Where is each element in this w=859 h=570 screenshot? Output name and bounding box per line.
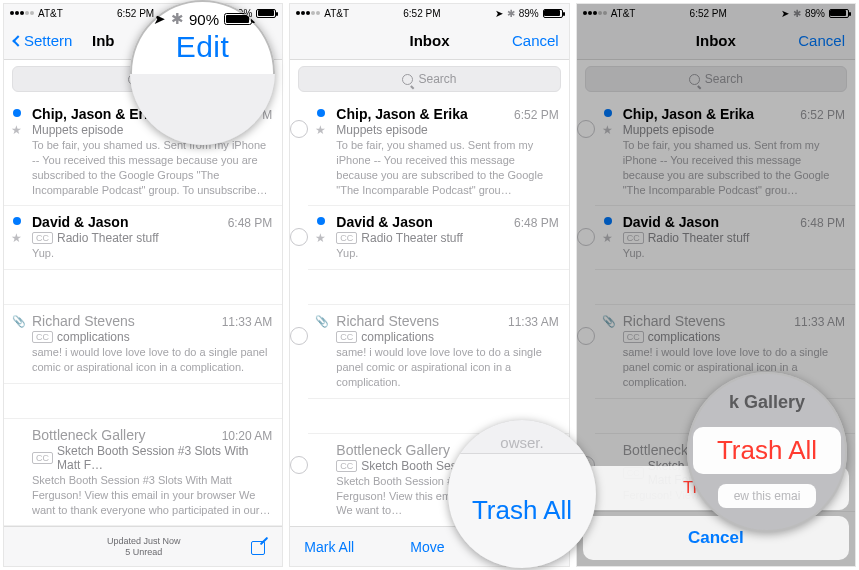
search-placeholder: Search [418, 72, 456, 86]
message-subject: CC Sketch Booth Session #3 Slots With Ma… [32, 444, 272, 472]
message-subject: CC Radio Theater stuff [623, 231, 845, 245]
bluetooth-icon: ✱ [793, 8, 801, 19]
select-circle[interactable] [577, 228, 595, 246]
select-circle[interactable] [290, 228, 308, 246]
message-from: Richard Stevens [32, 313, 135, 329]
magnifier-trash-all: owser. Trash All [448, 420, 596, 568]
location-icon: ➤ [781, 8, 789, 19]
message-from: Bottleneck Gallery [32, 427, 146, 443]
cc-badge: CC [32, 331, 53, 343]
toolbar-status: Updated Just Now 5 Unread [36, 536, 251, 558]
message-time: 6:52 PM [800, 108, 845, 122]
cc-badge: CC [32, 452, 53, 464]
battery-icon [256, 9, 276, 18]
message-preview: Yup. [336, 246, 558, 261]
message-time: 6:48 PM [514, 216, 559, 230]
chevron-left-icon [12, 35, 23, 46]
message-subject: CC complications [336, 330, 558, 344]
status-bar: AT&T 6:52 PM ➤ ✱ 89% [290, 4, 568, 22]
select-circle[interactable] [290, 120, 308, 138]
nav-bar: Inbox Cancel [577, 22, 855, 60]
message-row[interactable]: ★ David & Jason 6:48 PM CC Radio Theater… [595, 206, 855, 270]
nav-edit-button-zoom[interactable]: Edit [176, 30, 230, 64]
move-button[interactable]: Move [410, 539, 444, 555]
zoom-faint-text: ew this emai [718, 484, 817, 508]
search-icon [402, 74, 413, 85]
select-circle[interactable] [577, 120, 595, 138]
message-row[interactable]: ★ David & Jason 6:48 PM CC Radio Theater… [308, 206, 568, 270]
message-subject: Muppets episode [336, 123, 558, 137]
carrier-label: AT&T [324, 8, 349, 19]
cc-badge: CC [623, 331, 644, 343]
nav-back-label: Settern [24, 32, 72, 49]
message-row[interactable]: ★ Chip, Jason & Erika 6:52 PM Muppets ep… [308, 98, 568, 206]
status-updated: Updated Just Now [36, 536, 251, 547]
message-from: Richard Stevens [336, 313, 439, 329]
battery-pct-zoom: 90% [189, 11, 219, 28]
battery-pct: 89% [519, 8, 539, 19]
status-time: 6:52 PM [117, 8, 154, 19]
message-preview: To be fair, you shamed us. Sent from my … [336, 138, 558, 197]
location-icon: ➤ [495, 8, 503, 19]
message-from: Chip, Jason & Erika [336, 106, 467, 122]
nav-cancel-button[interactable]: Cancel [785, 32, 845, 49]
unread-dot-icon [604, 217, 612, 225]
star-icon: ★ [11, 124, 22, 136]
unread-dot-icon [13, 217, 21, 225]
magnifier-action-sheet: k Gallery Trash All ew this emai [687, 372, 847, 532]
message-row[interactable]: ★ David & Jason 6:48 PM CC Radio Theater… [4, 206, 282, 270]
unread-dot-icon [317, 217, 325, 225]
unread-dot-icon [317, 109, 325, 117]
battery-icon [829, 9, 849, 18]
star-icon: ★ [315, 232, 326, 244]
message-from: Richard Stevens [623, 313, 726, 329]
cc-badge: CC [336, 232, 357, 244]
signal-dots-icon [583, 11, 607, 15]
mark-all-button[interactable]: Mark All [304, 539, 354, 555]
message-time: 11:33 AM [508, 315, 559, 329]
nav-back-button[interactable]: Settern [14, 32, 74, 49]
message-row[interactable]: 📎 Richard Stevens 11:33 AM CC complicati… [4, 304, 282, 384]
carrier-label: AT&T [611, 8, 636, 19]
bluetooth-icon: ✱ [507, 8, 515, 19]
status-time: 6:52 PM [690, 8, 727, 19]
select-circle[interactable] [290, 456, 308, 474]
message-time: 6:48 PM [228, 216, 273, 230]
action-sheet-trash-all-zoom[interactable]: Trash All [693, 427, 841, 474]
message-row[interactable]: 📎 Richard Stevens 11:33 AM CC complicati… [308, 304, 568, 399]
message-time: 11:33 AM [222, 315, 273, 329]
select-circle[interactable] [577, 327, 595, 345]
message-time: 6:52 PM [514, 108, 559, 122]
status-bar: AT&T 6:52 PM ➤ ✱ 89% [577, 4, 855, 22]
message-row[interactable]: Bottleneck Gallery 10:20 AM CC Sketch Bo… [4, 418, 282, 526]
star-icon: ★ [602, 232, 613, 244]
compose-icon[interactable] [251, 538, 268, 555]
nav-title: Inbox [360, 32, 498, 49]
signal-dots-icon [296, 11, 320, 15]
action-sheet-cancel[interactable]: Cancel [583, 516, 849, 560]
search-icon [689, 74, 700, 85]
unread-dot-icon [604, 109, 612, 117]
bluetooth-icon: ✱ [171, 10, 184, 28]
message-preview: same! i would love love love to do a sin… [32, 345, 272, 375]
message-subject: CC complications [623, 330, 845, 344]
message-preview: Yup. [623, 246, 845, 261]
unread-dot-icon [13, 109, 21, 117]
message-from: David & Jason [336, 214, 432, 230]
carrier-label: AT&T [38, 8, 63, 19]
message-preview: Yup. [32, 246, 272, 261]
message-subject: CC Radio Theater stuff [32, 231, 272, 245]
search-field[interactable]: Search [298, 66, 560, 92]
toolbar: Updated Just Now 5 Unread [4, 526, 282, 566]
search-field[interactable]: Search [585, 66, 847, 92]
message-from: David & Jason [623, 214, 719, 230]
search-placeholder: Search [705, 72, 743, 86]
battery-pct: 89% [805, 8, 825, 19]
message-subject: Muppets episode [623, 123, 845, 137]
attachment-icon: 📎 [12, 315, 26, 328]
nav-bar: Inbox Cancel [290, 22, 568, 60]
message-row[interactable]: ★ Chip, Jason & Erika 6:52 PM Muppets ep… [595, 98, 855, 206]
nav-cancel-button[interactable]: Cancel [499, 32, 559, 49]
select-circle[interactable] [290, 327, 308, 345]
message-subject: CC Radio Theater stuff [336, 231, 558, 245]
